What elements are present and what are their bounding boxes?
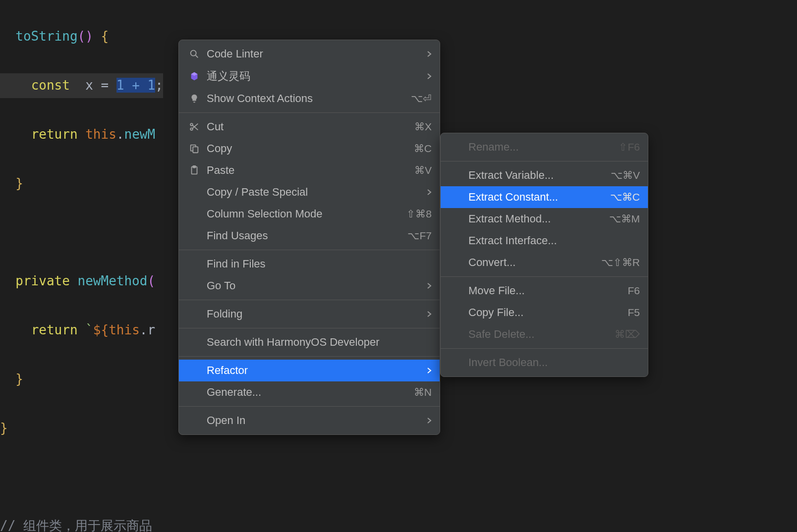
dot: . (140, 322, 148, 337)
menu-shortcut: ⌥⏎ (411, 93, 432, 105)
svg-rect-11 (193, 166, 196, 168)
menu-label: Copy (207, 142, 399, 155)
menu-label: Find Usages (207, 229, 393, 242)
menu-shortcut: ⌘N (414, 386, 432, 398)
menu-label: Search with HarmonyOS Developer (207, 336, 432, 349)
menu-label: Extract Interface... (468, 234, 640, 247)
menu-item-paste[interactable]: Paste⌘V (179, 160, 440, 181)
menu-shortcut: F6 (627, 285, 640, 297)
comment: // 组件类，用于展示商品 (0, 518, 152, 532)
template-literal: ` (78, 322, 93, 337)
chevron-right-icon (427, 73, 432, 80)
paren: ( (147, 273, 155, 288)
menu-label: Extract Constant... (468, 191, 595, 204)
menu-shortcut: ⌘C (414, 143, 432, 155)
menu-item-extract-constant[interactable]: Extract Constant...⌥⌘C (441, 186, 648, 208)
menu-item-move-file[interactable]: Move File...F6 (441, 280, 648, 302)
chevron-right-icon (427, 282, 432, 289)
equals: = (101, 78, 116, 93)
rest: r (147, 322, 155, 337)
semicolon: ; (155, 78, 163, 93)
menu-separator (441, 348, 648, 349)
menu-label: Cut (207, 120, 399, 133)
chevron-right-icon (427, 311, 432, 318)
menu-shortcut: ⌥⌘C (610, 191, 640, 203)
menu-label: Invert Boolean... (468, 356, 640, 369)
menu-item-find-usages[interactable]: Find Usages⌥F7 (179, 225, 440, 247)
menu-separator (179, 112, 440, 113)
this-keyword: this (78, 127, 116, 142)
close-brace: } (15, 176, 23, 191)
menu-item-generate[interactable]: Generate...⌘N (179, 381, 440, 403)
method-name: newMethod (70, 273, 148, 288)
menu-shortcut: ⌘V (414, 164, 432, 176)
menu-shortcut: ⌥⌘M (609, 213, 640, 225)
menu-shortcut: ⇧F6 (619, 141, 640, 153)
context-menu[interactable]: Code Linter通义灵码Show Context Actions⌥⏎Cut… (178, 40, 440, 435)
brace: { (93, 29, 109, 44)
return-keyword: return (31, 127, 78, 142)
svg-point-0 (191, 51, 196, 56)
menu-label: Refactor (207, 364, 417, 377)
menu-item-extract-variable[interactable]: Extract Variable...⌥⌘V (441, 164, 648, 186)
menu-item-cut[interactable]: Cut⌘X (179, 116, 440, 138)
refactor-submenu[interactable]: Rename...⇧F6Extract Variable...⌥⌘VExtrac… (440, 133, 648, 377)
menu-label: Rename... (468, 141, 604, 154)
bulb-icon (187, 93, 202, 104)
menu-item-extract-interface[interactable]: Extract Interface... (441, 230, 648, 252)
menu-item-invert-boolean: Invert Boolean... (441, 352, 648, 373)
chevron-right-icon (427, 417, 432, 424)
menu-separator (179, 300, 440, 300)
menu-separator (441, 161, 648, 161)
menu-label: Copy File... (468, 306, 613, 319)
menu-item-refactor[interactable]: Refactor (179, 360, 440, 381)
menu-label: Code Linter (207, 48, 417, 60)
magnify-icon (187, 49, 202, 59)
chevron-right-icon (427, 367, 432, 374)
svg-rect-9 (193, 147, 198, 153)
menu-item-find-in-files[interactable]: Find in Files (179, 253, 440, 275)
menu-label: Convert... (468, 256, 586, 269)
menu-label: Extract Method... (468, 213, 594, 225)
close-brace: } (15, 372, 23, 386)
menu-item-folding[interactable]: Folding (179, 303, 440, 325)
menu-item-copy-paste-special[interactable]: Copy / Paste Special (179, 181, 440, 203)
menu-item-safe-delete: Safe Delete...⌘⌦ (441, 323, 648, 345)
menu-label: Open In (207, 414, 417, 427)
menu-item-extract-method[interactable]: Extract Method...⌥⌘M (441, 208, 648, 230)
return-keyword: return (31, 322, 78, 337)
menu-separator (179, 406, 440, 407)
menu-shortcut: F5 (627, 307, 640, 319)
menu-item-go-to[interactable]: Go To (179, 275, 440, 297)
chevron-right-icon (427, 189, 432, 196)
menu-label: Generate... (207, 386, 399, 399)
menu-separator (441, 276, 648, 277)
close-brace: } (0, 421, 8, 435)
menu-item-column-selection-mode[interactable]: Column Selection Mode⇧⌘8 (179, 203, 440, 225)
menu-shortcut: ⌥F7 (407, 230, 432, 242)
menu-shortcut: ⌥⇧⌘R (601, 257, 640, 268)
svg-point-5 (190, 128, 193, 130)
menu-item-show-context-actions[interactable]: Show Context Actions⌥⏎ (179, 88, 440, 109)
menu-item-copy-file[interactable]: Copy File...F5 (441, 302, 648, 323)
menu-item-[interactable]: 通义灵码 (179, 65, 440, 88)
menu-label: Find in Files (207, 258, 432, 270)
selected-text[interactable]: 1 + 1 (116, 78, 155, 93)
svg-line-1 (196, 55, 198, 58)
menu-shortcut: ⌘X (414, 121, 432, 133)
method-name: toString (15, 29, 77, 44)
menu-label: Move File... (468, 284, 613, 297)
menu-item-search-with-harmonyos-developer[interactable]: Search with HarmonyOS Developer (179, 331, 440, 353)
menu-separator (179, 328, 440, 328)
template-expr: ${ (93, 322, 109, 337)
menu-item-convert[interactable]: Convert...⌥⇧⌘R (441, 252, 648, 273)
menu-label: 通义灵码 (207, 69, 417, 84)
menu-item-copy[interactable]: Copy⌘C (179, 138, 440, 160)
this-keyword: this (109, 322, 140, 337)
scissors-icon (187, 121, 202, 132)
menu-separator (179, 356, 440, 357)
code-editor[interactable]: toString() { const x = 1 + 1; return thi… (0, 0, 163, 532)
menu-item-code-linter[interactable]: Code Linter (179, 43, 440, 65)
menu-label: Show Context Actions (207, 92, 396, 105)
menu-item-open-in[interactable]: Open In (179, 410, 440, 431)
